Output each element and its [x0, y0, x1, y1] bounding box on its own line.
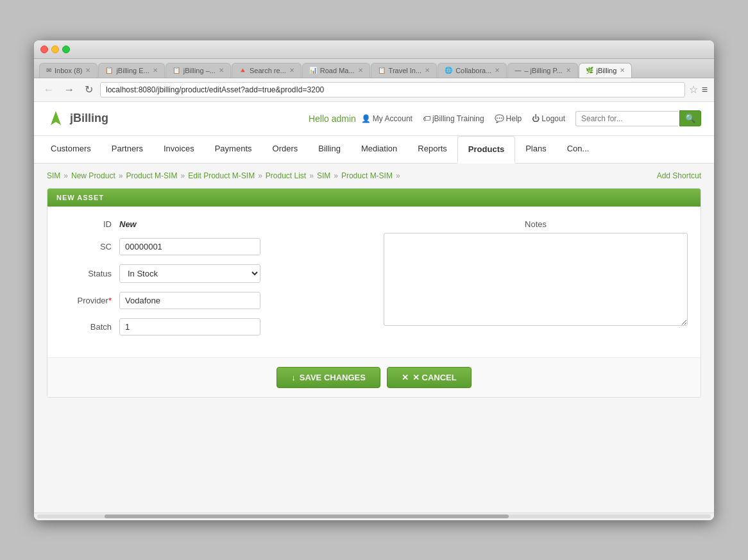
- breadcrumb-newproduct[interactable]: New Product: [71, 171, 115, 180]
- menu-button[interactable]: ≡: [702, 84, 708, 96]
- breadcrumb-sep3: »: [180, 171, 185, 180]
- logout-label: Logout: [541, 114, 565, 123]
- cancel-icon: ✕: [402, 373, 409, 382]
- tab-close-gmail[interactable]: ✕: [85, 67, 90, 74]
- breadcrumb-sep7: »: [396, 171, 400, 180]
- close-button[interactable]: [40, 46, 48, 53]
- breadcrumb-sim1[interactable]: SIM: [47, 171, 60, 180]
- nav-item-payments[interactable]: Payments: [205, 136, 262, 163]
- help-link[interactable]: 💬 Help: [495, 114, 522, 123]
- refresh-button[interactable]: ↻: [81, 82, 96, 97]
- travel-favicon: 📋: [378, 67, 386, 74]
- logo-icon: [47, 110, 65, 128]
- back-button[interactable]: ←: [40, 83, 57, 97]
- browser-tab-jbilling2[interactable]: 📋 jBilling –... ✕: [166, 63, 231, 78]
- add-shortcut-link[interactable]: Add Shortcut: [657, 171, 701, 180]
- breadcrumb-editmsim[interactable]: Edit Product M-SIM: [188, 171, 255, 180]
- tab-close-jbilling2[interactable]: ✕: [219, 67, 224, 74]
- maximize-button[interactable]: [62, 46, 70, 53]
- batch-row: Batch: [60, 318, 364, 335]
- app-content: jBilling Hello admin 👤 My Account 🏷 jBil…: [34, 102, 714, 513]
- tab-close-jbillingp[interactable]: ✕: [566, 67, 571, 74]
- browser-tab-active[interactable]: 🌿 jBilling ✕: [579, 63, 633, 78]
- search-button[interactable]: 🔍: [679, 110, 701, 126]
- logout-link[interactable]: ⏻ Logout: [532, 114, 565, 123]
- tab-bar: ✉ Inbox (8) ✕ 📋 jBilling E... ✕ 📋 jBilli…: [34, 59, 714, 78]
- tab-close-active[interactable]: ✕: [620, 67, 625, 74]
- browser-tab-gmail[interactable]: ✉ Inbox (8) ✕: [39, 63, 98, 78]
- breadcrumb-sim2[interactable]: SIM: [317, 171, 330, 180]
- search-box: 🔍: [575, 110, 701, 126]
- help-label: Help: [506, 114, 522, 123]
- address-bar[interactable]: [100, 82, 685, 98]
- training-icon: 🏷: [423, 114, 430, 123]
- browser-tab-road[interactable]: 📊 Road Ma... ✕: [302, 63, 370, 78]
- browser-tab-travel[interactable]: 📋 Travel In... ✕: [371, 63, 438, 78]
- browser-tab-collab[interactable]: 🌐 Collabora... ✕: [438, 63, 507, 78]
- breadcrumb-msim1[interactable]: Product M-SIM: [126, 171, 177, 180]
- logo-text: jBilling: [70, 112, 108, 125]
- tab-close-search[interactable]: ✕: [289, 67, 294, 74]
- title-bar: [34, 40, 714, 59]
- id-row: ID New: [60, 219, 364, 229]
- batch-input[interactable]: [119, 318, 260, 335]
- breadcrumb-sep5: »: [309, 171, 314, 180]
- header-links: 👤 My Account 🏷 jBilling Training 💬 Help …: [361, 114, 565, 123]
- nav-item-plans[interactable]: Plans: [515, 136, 557, 163]
- breadcrumb-sep4: »: [258, 171, 262, 180]
- panel-body: ID New SC Status In Stock In Use Retired: [47, 207, 701, 357]
- minimize-button[interactable]: [51, 46, 59, 53]
- breadcrumb-sep6: »: [334, 171, 338, 180]
- id-value: New: [119, 219, 137, 229]
- panel-header: NEW ASSET: [47, 189, 701, 207]
- status-select[interactable]: In Stock In Use Retired: [119, 264, 260, 283]
- tab-close-road[interactable]: ✕: [358, 67, 363, 74]
- tab-close-travel[interactable]: ✕: [425, 67, 430, 74]
- training-link[interactable]: 🏷 jBilling Training: [423, 114, 484, 123]
- sc-input[interactable]: [119, 238, 260, 255]
- nav-item-orders[interactable]: Orders: [262, 136, 309, 163]
- notes-textarea[interactable]: [384, 233, 688, 326]
- save-label: SAVE CHANGES: [300, 373, 366, 382]
- tab-close-jbilling1[interactable]: ✕: [153, 67, 158, 74]
- breadcrumb-sep2: »: [119, 171, 123, 180]
- cancel-button[interactable]: ✕ ✕ CANCEL: [387, 367, 472, 388]
- account-icon: 👤: [361, 114, 371, 123]
- gmail-favicon: ✉: [46, 67, 51, 74]
- browser-tab-search[interactable]: 🔺 Search re... ✕: [232, 63, 302, 78]
- nav-item-mediation[interactable]: Mediation: [351, 136, 407, 163]
- my-account-link[interactable]: 👤 My Account: [361, 114, 412, 123]
- scrollbar-track[interactable]: [37, 514, 711, 518]
- nav-item-billing[interactable]: Billing: [308, 136, 351, 163]
- sc-row: SC: [60, 238, 364, 255]
- jbilling1-favicon: 📋: [105, 67, 113, 74]
- nav-item-invoices[interactable]: Invoices: [153, 136, 205, 163]
- notes-label: Notes: [384, 219, 688, 229]
- breadcrumb: SIM » New Product » Product M-SIM » Edit…: [34, 164, 714, 188]
- nav-item-products[interactable]: Products: [457, 136, 515, 164]
- batch-label: Batch: [60, 322, 112, 332]
- nav-item-customers[interactable]: Customers: [40, 136, 101, 163]
- tab-close-collab[interactable]: ✕: [495, 67, 500, 74]
- provider-row: Provider: [60, 292, 364, 309]
- form-panel: NEW ASSET ID New SC Status: [47, 188, 701, 398]
- bookmark-button[interactable]: ☆: [689, 83, 698, 96]
- provider-input[interactable]: [119, 292, 260, 309]
- scrollbar-thumb[interactable]: [105, 514, 509, 518]
- save-changes-button[interactable]: ↓ SAVE CHANGES: [276, 367, 380, 388]
- tab-label-jbillingp: – jBilling P...: [524, 67, 562, 74]
- jbilling2-favicon: 📋: [173, 67, 180, 74]
- breadcrumb-productlist[interactable]: Product List: [266, 171, 306, 180]
- browser-tab-jbilling1[interactable]: 📋 jBilling E... ✕: [98, 63, 164, 78]
- search-input[interactable]: [575, 111, 678, 126]
- forward-button[interactable]: →: [61, 83, 78, 97]
- nav-item-reports[interactable]: Reports: [407, 136, 457, 163]
- panel-footer: ↓ SAVE CHANGES ✕ ✕ CANCEL: [47, 357, 701, 397]
- nav-item-partners[interactable]: Partners: [101, 136, 153, 163]
- panel-title: NEW ASSET: [56, 194, 104, 201]
- nav-item-con[interactable]: Con...: [557, 136, 600, 163]
- account-label: My Account: [373, 114, 412, 123]
- breadcrumb-msim2[interactable]: Product M-SIM: [341, 171, 393, 180]
- help-icon: 💬: [495, 114, 504, 123]
- browser-tab-jbillingp[interactable]: — – jBilling P... ✕: [507, 63, 577, 78]
